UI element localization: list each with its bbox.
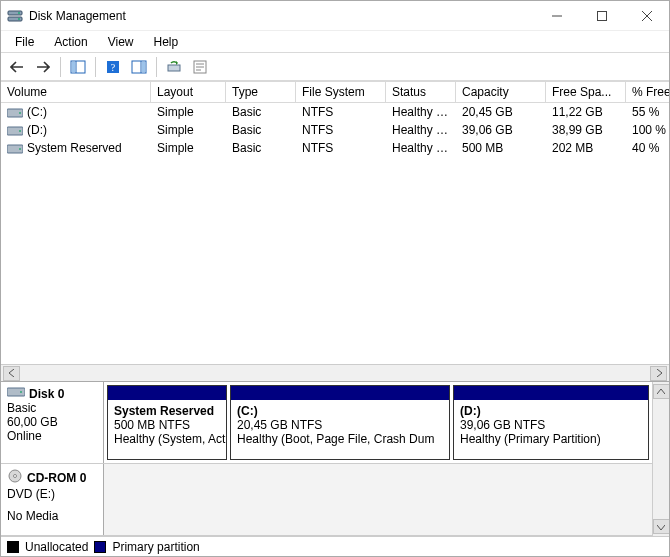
disk-icon [7, 386, 25, 401]
volume-fs: NTFS [296, 140, 386, 156]
disk-info: CD-ROM 0 DVD (E:) No Media [1, 464, 104, 535]
volume-status: Healthy (P... [386, 122, 456, 138]
col-pctfree[interactable]: % Free [626, 82, 670, 103]
volume-layout: Simple [151, 122, 226, 138]
volume-capacity: 500 MB [456, 140, 546, 156]
volume-name: System Reserved [27, 141, 122, 155]
volume-status: Healthy (B... [386, 104, 456, 120]
disk-row-cdrom0[interactable]: CD-ROM 0 DVD (E:) No Media [1, 464, 652, 536]
volume-type: Basic [226, 140, 296, 156]
partition-status: Healthy (System, Act [114, 432, 220, 446]
svg-rect-10 [72, 62, 75, 72]
drive-icon [7, 143, 23, 153]
legend-swatch-primary [94, 541, 106, 553]
partition[interactable]: (C:)20,45 GB NTFSHealthy (Boot, Page Fil… [230, 385, 450, 460]
svg-point-30 [14, 475, 17, 478]
volume-list: Volume Layout Type File System Status Ca… [1, 81, 669, 157]
scroll-right-button[interactable] [650, 366, 667, 381]
col-freespace[interactable]: Free Spa... [546, 82, 626, 103]
volume-list-header: Volume Layout Type File System Status Ca… [1, 81, 669, 103]
volume-pct: 55 % [626, 104, 670, 120]
back-button[interactable] [5, 56, 29, 78]
legend-unallocated: Unallocated [25, 540, 88, 554]
disk-size: 60,00 GB [7, 415, 97, 429]
volume-fs: NTFS [296, 104, 386, 120]
svg-point-28 [20, 391, 22, 393]
svg-point-26 [19, 148, 21, 150]
disk-map: Disk 0 Basic 60,00 GB Online System Rese… [1, 381, 669, 556]
toolbar-separator [156, 57, 157, 77]
partition-title: (D:) [460, 404, 642, 418]
cdrom-line3: No Media [7, 509, 97, 523]
disk-info: Disk 0 Basic 60,00 GB Online [1, 382, 104, 463]
volume-row[interactable]: (C:)SimpleBasicNTFSHealthy (B...20,45 GB… [1, 103, 669, 121]
disk-type: Basic [7, 401, 97, 415]
svg-rect-5 [597, 11, 606, 20]
partition-header [108, 386, 226, 400]
refresh-button[interactable] [162, 56, 186, 78]
volume-free: 11,22 GB [546, 104, 626, 120]
close-button[interactable] [624, 1, 669, 30]
legend-swatch-unallocated [7, 541, 19, 553]
volume-name: (D:) [27, 123, 47, 137]
menu-help[interactable]: Help [144, 33, 189, 51]
vertical-scrollbar[interactable] [652, 382, 669, 536]
partition-area-empty [104, 464, 652, 535]
show-hide-action-pane-button[interactable] [127, 56, 151, 78]
scroll-down-button[interactable] [653, 519, 670, 534]
volume-free: 202 MB [546, 140, 626, 156]
menu-bar: File Action View Help [1, 31, 669, 53]
volume-status: Healthy (S... [386, 140, 456, 156]
volume-row[interactable]: (D:)SimpleBasicNTFSHealthy (P...39,06 GB… [1, 121, 669, 139]
legend-primary: Primary partition [112, 540, 199, 554]
partition[interactable]: (D:)39,06 GB NTFSHealthy (Primary Partit… [453, 385, 649, 460]
svg-text:?: ? [111, 62, 116, 73]
partition[interactable]: System Reserved500 MB NTFSHealthy (Syste… [107, 385, 227, 460]
show-hide-console-tree-button[interactable] [66, 56, 90, 78]
minimize-button[interactable] [534, 1, 579, 30]
menu-view[interactable]: View [98, 33, 144, 51]
volume-free: 38,99 GB [546, 122, 626, 138]
legend: Unallocated Primary partition [1, 536, 669, 556]
partition-header [454, 386, 648, 400]
volume-pct: 40 % [626, 140, 670, 156]
svg-point-22 [19, 112, 21, 114]
col-status[interactable]: Status [386, 82, 456, 103]
svg-point-24 [19, 130, 21, 132]
forward-button[interactable] [31, 56, 55, 78]
col-volume[interactable]: Volume [1, 82, 151, 103]
col-capacity[interactable]: Capacity [456, 82, 546, 103]
partition-header [231, 386, 449, 400]
window-title: Disk Management [29, 9, 126, 23]
cdrom-title: CD-ROM 0 [27, 471, 86, 485]
disk-state: Online [7, 429, 97, 443]
volume-capacity: 39,06 GB [456, 122, 546, 138]
svg-point-2 [18, 12, 20, 14]
svg-rect-27 [7, 388, 25, 396]
help-button[interactable]: ? [101, 56, 125, 78]
scroll-left-button[interactable] [3, 366, 20, 381]
volume-name: (C:) [27, 105, 47, 119]
menu-file[interactable]: File [5, 33, 44, 51]
col-type[interactable]: Type [226, 82, 296, 103]
menu-action[interactable]: Action [44, 33, 97, 51]
volume-capacity: 20,45 GB [456, 104, 546, 120]
col-layout[interactable]: Layout [151, 82, 226, 103]
cdrom-icon [7, 468, 23, 487]
cdrom-line2: DVD (E:) [7, 487, 97, 501]
partition-title: System Reserved [114, 404, 220, 418]
partition-area: System Reserved500 MB NTFSHealthy (Syste… [104, 382, 652, 463]
scroll-up-button[interactable] [653, 384, 670, 399]
disk-row-disk0[interactable]: Disk 0 Basic 60,00 GB Online System Rese… [1, 382, 652, 464]
svg-rect-16 [168, 65, 180, 71]
horizontal-scrollbar[interactable] [1, 364, 669, 381]
disk-title: Disk 0 [29, 387, 64, 401]
properties-button[interactable] [188, 56, 212, 78]
empty-area [1, 157, 669, 364]
volume-row[interactable]: System ReservedSimpleBasicNTFSHealthy (S… [1, 139, 669, 157]
col-filesystem[interactable]: File System [296, 82, 386, 103]
partition-status: Healthy (Primary Partition) [460, 432, 642, 446]
drive-icon [7, 125, 23, 135]
toolbar: ? [1, 53, 669, 81]
maximize-button[interactable] [579, 1, 624, 30]
